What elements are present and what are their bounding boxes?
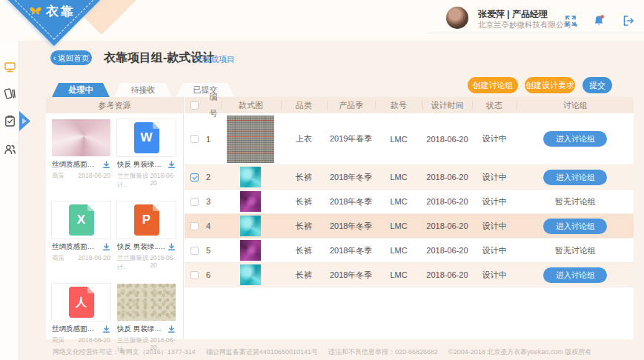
resources-header: 参考资源 [46,97,183,113]
user-company-select[interactable]: 北京兰亭妙微科技有限公司▾ [478,20,578,30]
style-swatch-purple[interactable] [240,240,261,261]
back-home-label: 返回首页 [58,53,89,62]
style-swatch-plaid[interactable] [227,116,274,163]
powerpoint-doc-icon: P [134,204,159,236]
row-category: 上衣 [281,133,328,144]
row-status: 设计中 [472,196,517,207]
row-checkbox[interactable] [190,222,199,230]
logout-icon[interactable] [622,14,635,27]
col-discussion-group: 讨论组 [517,97,634,113]
row-season: 2018年冬季 [327,172,374,183]
resource-card[interactable]: P 快反 男装绿....PPTX 兰兰服装设计..2018-06-20 [117,201,176,272]
style-swatch-teal[interactable] [240,167,261,187]
no-group-label: 暂无讨论组 [555,246,596,255]
row-checkbox[interactable] [190,135,199,143]
download-icon[interactable] [102,243,110,251]
content-panel: 参考资源 丝绸质感面料.JPG 商策2018-06-20 W 快反 男装绿毛..… [46,97,634,339]
sidebar-item-tasks[interactable] [4,115,16,127]
file-name: 快反 男装绿毛....doc [117,160,166,170]
back-home-button[interactable]: ‹ 返回首页 [50,50,92,65]
col-status: 状态 [472,97,517,113]
sidebar-item-desktop[interactable] [4,61,16,73]
file-name: 丝绸质感面料.PDF [52,324,101,334]
reference-resources-panel: 参考资源 丝绸质感面料.JPG 商策2018-06-20 W 快反 男装绿毛..… [46,97,184,339]
resource-card[interactable]: 快反 男装绿毛....JPG 兰兰服装设计..2018-06-20 [117,284,176,354]
sidebar-item-resources[interactable] [4,87,16,100]
row-style-no: LMC [375,246,422,255]
row-status: 设计中 [472,245,517,256]
styles-table: 编号 款式图 品类 产品季 款号 设计时间 状态 讨论组 1 上衣 2019年春… [185,97,634,339]
back-chevron-icon: ‹ [53,53,56,62]
select-all-checkbox[interactable] [190,101,199,110]
resource-card[interactable]: 人 丝绸质感面料.PDF 商策2018-06-20 [52,284,110,354]
row-season: 2019年春季 [327,133,374,144]
resource-card-list: 丝绸质感面料.JPG 商策2018-06-20 W 快反 男装绿毛....doc… [46,113,183,354]
header-divider [428,33,644,33]
upload-date: 2018-06-20 [150,172,176,190]
upload-date: 2018-06-20 [79,336,110,345]
brand-name: 衣靠 [46,3,76,20]
create-design-requirement-button[interactable]: 创建设计要求 [525,77,575,93]
row-season: 2018年冬季 [327,245,374,256]
tab-pending[interactable]: 待接收 [114,83,172,97]
download-icon[interactable] [167,161,176,169]
style-swatch-purple[interactable] [240,191,261,212]
sidebar-item-contacts[interactable] [4,143,16,156]
create-discussion-group-button[interactable]: 创建讨论组 [468,77,518,93]
panel-collapse-handle[interactable] [19,111,30,131]
row-category: 长裤 [281,221,328,232]
fullscreen-icon[interactable] [564,14,577,27]
footer-copyright: ©2004-2018 北京圣方衣靠yeekao.com 版权所有 [448,348,591,356]
row-number: 4 [206,221,210,230]
row-checkbox[interactable] [190,198,199,206]
file-name: 快反 男装绿毛....JPG [117,324,166,334]
avatar[interactable] [446,7,468,29]
row-number: 2 [206,173,210,181]
enter-group-button[interactable]: 进入讨论组 [543,131,607,147]
download-icon[interactable] [102,325,110,333]
submit-button[interactable]: 提交 [582,77,612,93]
file-name: 丝绸质感面料.JPG [52,160,101,170]
enter-group-button[interactable]: 进入讨论组 [543,170,607,185]
row-style-no: LMC [375,197,422,206]
upload-date: 2018-06-20 [150,254,176,272]
style-swatch-teal[interactable] [240,264,261,285]
style-swatch-teal[interactable] [240,216,261,236]
col-style-image: 款式图 [221,97,281,113]
notification-dot [600,15,604,19]
uploader: 兰兰服装设计.. [117,254,150,272]
pink-silk-thumbnail [52,119,110,156]
company-label: 北京兰亭妙微科技有限公司 [478,20,571,29]
no-group-label: 暂无讨论组 [555,197,596,206]
row-date: 2018-06-20 [422,173,471,181]
col-style-no: 款号 [375,97,422,113]
row-season: 2018年冬季 [327,196,374,207]
butterfly-icon [28,6,43,18]
row-style-no: LMC [375,221,422,230]
notification-bell-icon[interactable] [592,14,605,27]
download-icon[interactable] [167,243,176,251]
row-status: 设计中 [472,172,517,183]
tab-submitted[interactable]: 已提交 [176,83,234,97]
resource-card[interactable]: X 丝绸质感面料.xsl 商策2018-06-20 [52,201,110,272]
row-date: 2018-06-20 [422,246,471,255]
uploader: 商策 [52,336,64,345]
col-no: 编号 [206,89,221,121]
row-status: 设计中 [472,221,517,232]
col-category: 品类 [281,97,328,113]
resource-card[interactable]: W 快反 男装绿毛....doc 兰兰服装设计..2018-06-20 [117,119,176,190]
upgrade-project-link[interactable]: 升级成项目 [194,54,235,65]
row-checkbox[interactable] [190,247,199,255]
brand-logo[interactable]: 衣靠 [28,3,76,20]
resource-card[interactable]: 丝绸质感面料.JPG 商策2018-06-20 [52,119,110,190]
enter-group-button[interactable]: 进入讨论组 [543,219,607,234]
row-checkbox[interactable] [190,271,199,279]
row-number: 1 [206,135,210,144]
row-checkbox[interactable] [190,173,199,181]
footer: 网络文化经营许可证：粤网文（2016）1377-314穗公网监备案证第44010… [0,347,644,357]
download-icon[interactable] [167,325,176,333]
download-icon[interactable] [102,161,110,169]
enter-group-button[interactable]: 进入讨论组 [543,267,607,283]
tab-processing[interactable]: 处理中 [52,83,110,97]
col-season: 产品季 [327,97,374,113]
